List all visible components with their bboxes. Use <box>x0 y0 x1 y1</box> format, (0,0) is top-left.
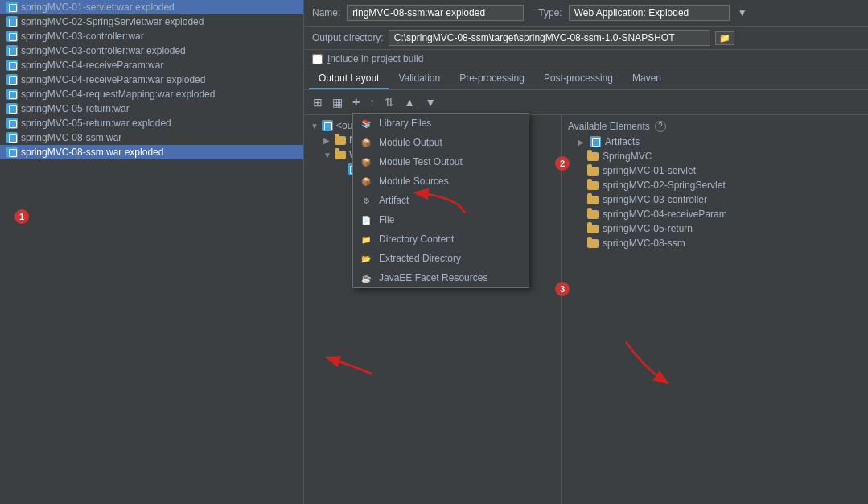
avail-08-label: springMVC-08-ssm <box>603 238 685 249</box>
sidebar-item-11[interactable]: springMVC-08-ssm:war exploded <box>0 145 303 159</box>
tabs-row: Output Layout Validation Pre-processing … <box>304 68 868 90</box>
tab-maven[interactable]: Maven <box>623 68 671 89</box>
sidebar-item-label-11: springMVC-08-ssm:war exploded <box>21 147 163 158</box>
toolbar-arrow-up-button[interactable]: ↑ <box>365 93 379 111</box>
add-dropdown-menu: 📚 Library Files 📦 Module Output 📦 Module… <box>352 113 529 288</box>
name-type-row: Name: Type: Web Application: Exploded ▼ <box>304 0 868 27</box>
avail-artifact-icon <box>590 136 601 147</box>
avail-03-controller[interactable]: springMVC-03-controller <box>568 192 862 207</box>
badge-1: 1 <box>14 209 29 224</box>
avail-04-receive[interactable]: springMVC-04-receiveParam <box>568 207 862 221</box>
module-test-output-icon: 📦 <box>360 155 372 168</box>
include-checkbox[interactable] <box>312 54 323 64</box>
tab-validation[interactable]: Validation <box>389 68 450 89</box>
artifact-icon-2 <box>6 16 18 27</box>
include-label: Include in project build <box>327 53 423 64</box>
library-files-icon: 📚 <box>360 117 372 130</box>
sidebar-item-label-9: springMVC-05-return:war exploded <box>21 118 171 129</box>
available-elements-panel: Available Elements ? ▶ Artifacts SpringM… <box>562 115 868 504</box>
sidebar-item-label-1: springMVC-01-servlet:war exploded <box>21 2 175 13</box>
avail-artifacts[interactable]: ▶ Artifacts <box>568 134 862 149</box>
avail-folder-04 <box>587 210 599 219</box>
menu-item-module-output[interactable]: 📦 Module Output <box>353 133 529 152</box>
artifact-icon-4 <box>6 45 18 56</box>
extracted-directory-icon: 📂 <box>360 252 372 265</box>
sidebar-item-5[interactable]: springMVC-04-receiveParam:war <box>0 58 303 72</box>
tree-arrow: ▼ <box>311 122 319 130</box>
name-label: Name: <box>312 7 340 19</box>
artifact-menu-icon: ⚙ <box>360 194 372 207</box>
artifact-icon-7 <box>6 89 18 100</box>
tree-arrow-we: ▼ <box>323 151 331 159</box>
sidebar-item-label-3: springMVC-03-controller:war <box>21 31 144 42</box>
include-row: Include in project build <box>304 50 868 68</box>
output-dir-label: Output directory: <box>312 32 384 43</box>
artifact-icon-3 <box>6 31 18 42</box>
avail-02-spring[interactable]: springMVC-02-SpringServlet <box>568 178 862 192</box>
avail-04-label: springMVC-04-receiveParam <box>603 209 727 220</box>
sidebar-item-8[interactable]: springMVC-05-return:war <box>0 101 303 116</box>
badge-2: 2 <box>555 156 570 171</box>
toolbar-sort-button[interactable]: ⇅ <box>381 93 398 111</box>
avail-03-label: springMVC-03-controller <box>603 194 707 205</box>
sidebar-item-label-7: springMVC-04-requestMapping:war exploded <box>21 89 215 100</box>
artifact-icon-6 <box>6 74 18 85</box>
avail-springmvc-label: SpringMVC <box>603 151 652 162</box>
avail-01-servlet[interactable]: springMVC-01-servlet <box>568 163 862 178</box>
artifact-icon-8 <box>6 103 18 114</box>
tab-preprocessing[interactable]: Pre-processing <box>450 68 534 89</box>
name-input[interactable] <box>347 5 524 21</box>
avail-arrow-artifacts: ▶ <box>578 138 586 147</box>
toolbar-row: ⊞ ▦ + ↑ ⇅ ▲ ▼ 📚 Library Files 📦 Module O… <box>304 90 868 115</box>
sidebar-item-3[interactable]: springMVC-03-controller:war <box>0 29 303 43</box>
avail-folder-05 <box>587 225 599 233</box>
sidebar-item-2[interactable]: springMVC-02-SpringServlet:war exploded <box>0 14 303 29</box>
avail-05-label: springMVC-05-return <box>603 223 693 234</box>
toolbar-add-button[interactable]: + <box>348 93 364 112</box>
artifact-icon-9 <box>6 118 18 129</box>
sidebar-item-10[interactable]: springMVC-08-ssm:war <box>0 130 303 145</box>
toolbar-bar-button[interactable]: ▦ <box>328 93 347 111</box>
sidebar-item-label-10: springMVC-08-ssm:war <box>21 132 121 143</box>
menu-item-library-files[interactable]: 📚 Library Files <box>353 114 529 133</box>
type-dropdown[interactable]: Web Application: Exploded <box>569 5 730 21</box>
menu-item-directory-content[interactable]: 📁 Directory Content <box>353 229 529 249</box>
menu-item-module-test-output[interactable]: 📦 Module Test Output <box>353 152 529 171</box>
type-label: Type: <box>538 7 562 19</box>
artifact-icon-10 <box>6 132 18 143</box>
avail-springmvc[interactable]: SpringMVC <box>568 149 862 163</box>
sidebar-item-label-5: springMVC-04-receiveParam:war <box>21 60 163 71</box>
sidebar-item-1[interactable]: springMVC-01-servlet:war exploded <box>0 0 303 14</box>
output-dir-input[interactable] <box>389 30 710 46</box>
browse-folder-button[interactable]: 📁 <box>715 31 734 45</box>
sidebar-item-7[interactable]: springMVC-04-requestMapping:war exploded <box>0 87 303 101</box>
tab-output-layout[interactable]: Output Layout <box>309 68 389 89</box>
toolbar-move-up-button[interactable]: ▲ <box>400 93 419 111</box>
avail-artifacts-label: Artifacts <box>605 136 640 147</box>
badge-3: 3 <box>555 282 570 296</box>
toolbar-move-down-button[interactable]: ▼ <box>421 93 440 111</box>
folder-icon-we <box>335 151 346 159</box>
avail-folder-springmvc <box>587 152 599 161</box>
sidebar-item-6[interactable]: springMVC-04-receiveParam:war exploded <box>0 72 303 87</box>
menu-item-extracted-directory[interactable]: 📂 Extracted Directory <box>353 249 529 268</box>
sidebar-item-9[interactable]: springMVC-05-return:war exploded <box>0 116 303 130</box>
artifact-list: springMVC-01-servlet:war explodedspringM… <box>0 0 304 504</box>
menu-item-file[interactable]: 📄 File <box>353 210 529 229</box>
avail-folder-02 <box>587 181 599 190</box>
menu-item-artifact[interactable]: ⚙ Artifact <box>353 191 529 210</box>
menu-item-module-sources[interactable]: 📦 Module Sources <box>353 171 529 191</box>
avail-08-ssm[interactable]: springMVC-08-ssm <box>568 236 862 250</box>
menu-item-javaee-facet[interactable]: ☕ JavaEE Facet Resources <box>353 268 529 287</box>
type-dropdown-arrow: ▼ <box>738 7 747 19</box>
avail-05-return[interactable]: springMVC-05-return <box>568 221 862 236</box>
sidebar-item-label-8: springMVC-05-return:war <box>21 103 130 114</box>
tab-postprocessing[interactable]: Post-processing <box>534 68 623 89</box>
avail-02-label: springMVC-02-SpringServlet <box>603 180 726 191</box>
sidebar-item-label-2: springMVC-02-SpringServlet:war exploded <box>21 16 204 27</box>
sidebar-item-label-4: springMVC-03-controller:war exploded <box>21 45 186 56</box>
help-icon[interactable]: ? <box>655 121 666 132</box>
toolbar-target-button[interactable]: ⊞ <box>309 93 327 111</box>
sidebar-item-4[interactable]: springMVC-03-controller:war exploded <box>0 43 303 58</box>
avail-folder-03 <box>587 196 599 204</box>
